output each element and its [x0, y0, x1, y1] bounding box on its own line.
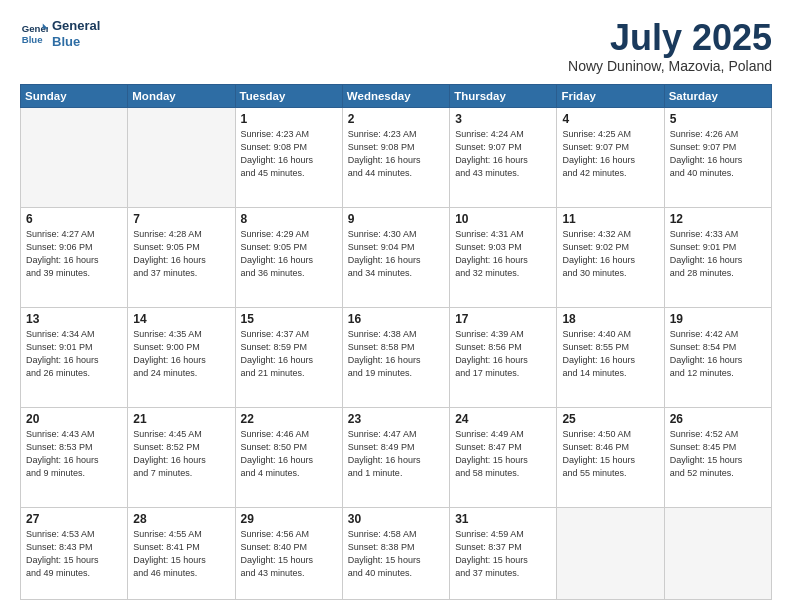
calendar-cell: 8Sunrise: 4:29 AM Sunset: 9:05 PM Daylig…: [235, 207, 342, 307]
weekday-header: Friday: [557, 84, 664, 107]
day-info: Sunrise: 4:46 AM Sunset: 8:50 PM Dayligh…: [241, 428, 337, 480]
day-info: Sunrise: 4:30 AM Sunset: 9:04 PM Dayligh…: [348, 228, 444, 280]
calendar-week-row: 1Sunrise: 4:23 AM Sunset: 9:08 PM Daylig…: [21, 107, 772, 207]
calendar-cell: [21, 107, 128, 207]
page: General Blue General Blue July 2025 Nowy…: [0, 0, 792, 612]
day-number: 28: [133, 512, 229, 526]
calendar-cell: 6Sunrise: 4:27 AM Sunset: 9:06 PM Daylig…: [21, 207, 128, 307]
calendar-cell: 9Sunrise: 4:30 AM Sunset: 9:04 PM Daylig…: [342, 207, 449, 307]
day-info: Sunrise: 4:27 AM Sunset: 9:06 PM Dayligh…: [26, 228, 122, 280]
calendar-cell: 25Sunrise: 4:50 AM Sunset: 8:46 PM Dayli…: [557, 407, 664, 507]
day-number: 6: [26, 212, 122, 226]
day-info: Sunrise: 4:42 AM Sunset: 8:54 PM Dayligh…: [670, 328, 766, 380]
calendar-cell: 10Sunrise: 4:31 AM Sunset: 9:03 PM Dayli…: [450, 207, 557, 307]
calendar-cell: 31Sunrise: 4:59 AM Sunset: 8:37 PM Dayli…: [450, 507, 557, 599]
calendar-week-row: 20Sunrise: 4:43 AM Sunset: 8:53 PM Dayli…: [21, 407, 772, 507]
svg-text:Blue: Blue: [22, 33, 43, 44]
day-number: 2: [348, 112, 444, 126]
calendar-cell: [128, 107, 235, 207]
day-number: 10: [455, 212, 551, 226]
day-number: 19: [670, 312, 766, 326]
day-number: 22: [241, 412, 337, 426]
day-info: Sunrise: 4:40 AM Sunset: 8:55 PM Dayligh…: [562, 328, 658, 380]
day-number: 7: [133, 212, 229, 226]
calendar-cell: 23Sunrise: 4:47 AM Sunset: 8:49 PM Dayli…: [342, 407, 449, 507]
calendar-cell: [664, 507, 771, 599]
title-block: July 2025 Nowy Duninow, Mazovia, Poland: [568, 18, 772, 74]
day-number: 9: [348, 212, 444, 226]
calendar-cell: 5Sunrise: 4:26 AM Sunset: 9:07 PM Daylig…: [664, 107, 771, 207]
calendar-cell: 14Sunrise: 4:35 AM Sunset: 9:00 PM Dayli…: [128, 307, 235, 407]
day-number: 17: [455, 312, 551, 326]
calendar-cell: 18Sunrise: 4:40 AM Sunset: 8:55 PM Dayli…: [557, 307, 664, 407]
day-number: 5: [670, 112, 766, 126]
calendar-cell: 11Sunrise: 4:32 AM Sunset: 9:02 PM Dayli…: [557, 207, 664, 307]
day-info: Sunrise: 4:53 AM Sunset: 8:43 PM Dayligh…: [26, 528, 122, 580]
day-number: 12: [670, 212, 766, 226]
day-info: Sunrise: 4:43 AM Sunset: 8:53 PM Dayligh…: [26, 428, 122, 480]
day-number: 30: [348, 512, 444, 526]
day-number: 13: [26, 312, 122, 326]
day-info: Sunrise: 4:28 AM Sunset: 9:05 PM Dayligh…: [133, 228, 229, 280]
calendar-week-row: 27Sunrise: 4:53 AM Sunset: 8:43 PM Dayli…: [21, 507, 772, 599]
day-info: Sunrise: 4:29 AM Sunset: 9:05 PM Dayligh…: [241, 228, 337, 280]
day-number: 15: [241, 312, 337, 326]
day-number: 31: [455, 512, 551, 526]
logo-line1: General: [52, 18, 100, 33]
calendar-cell: 17Sunrise: 4:39 AM Sunset: 8:56 PM Dayli…: [450, 307, 557, 407]
day-info: Sunrise: 4:34 AM Sunset: 9:01 PM Dayligh…: [26, 328, 122, 380]
subtitle: Nowy Duninow, Mazovia, Poland: [568, 58, 772, 74]
calendar-cell: 12Sunrise: 4:33 AM Sunset: 9:01 PM Dayli…: [664, 207, 771, 307]
weekday-header: Saturday: [664, 84, 771, 107]
day-number: 11: [562, 212, 658, 226]
day-number: 24: [455, 412, 551, 426]
weekday-header: Thursday: [450, 84, 557, 107]
calendar-cell: 27Sunrise: 4:53 AM Sunset: 8:43 PM Dayli…: [21, 507, 128, 599]
calendar-cell: [557, 507, 664, 599]
day-number: 23: [348, 412, 444, 426]
calendar-cell: 13Sunrise: 4:34 AM Sunset: 9:01 PM Dayli…: [21, 307, 128, 407]
weekday-header: Monday: [128, 84, 235, 107]
day-info: Sunrise: 4:26 AM Sunset: 9:07 PM Dayligh…: [670, 128, 766, 180]
day-info: Sunrise: 4:55 AM Sunset: 8:41 PM Dayligh…: [133, 528, 229, 580]
day-number: 16: [348, 312, 444, 326]
day-number: 4: [562, 112, 658, 126]
day-info: Sunrise: 4:31 AM Sunset: 9:03 PM Dayligh…: [455, 228, 551, 280]
day-number: 29: [241, 512, 337, 526]
logo: General Blue General Blue: [20, 18, 100, 49]
calendar-week-row: 6Sunrise: 4:27 AM Sunset: 9:06 PM Daylig…: [21, 207, 772, 307]
calendar-cell: 19Sunrise: 4:42 AM Sunset: 8:54 PM Dayli…: [664, 307, 771, 407]
day-info: Sunrise: 4:33 AM Sunset: 9:01 PM Dayligh…: [670, 228, 766, 280]
calendar-cell: 7Sunrise: 4:28 AM Sunset: 9:05 PM Daylig…: [128, 207, 235, 307]
calendar-cell: 28Sunrise: 4:55 AM Sunset: 8:41 PM Dayli…: [128, 507, 235, 599]
calendar-cell: 16Sunrise: 4:38 AM Sunset: 8:58 PM Dayli…: [342, 307, 449, 407]
day-number: 20: [26, 412, 122, 426]
day-number: 27: [26, 512, 122, 526]
day-info: Sunrise: 4:58 AM Sunset: 8:38 PM Dayligh…: [348, 528, 444, 580]
day-number: 3: [455, 112, 551, 126]
weekday-header: Sunday: [21, 84, 128, 107]
calendar-cell: 24Sunrise: 4:49 AM Sunset: 8:47 PM Dayli…: [450, 407, 557, 507]
calendar-cell: 22Sunrise: 4:46 AM Sunset: 8:50 PM Dayli…: [235, 407, 342, 507]
day-number: 8: [241, 212, 337, 226]
calendar-header-row: SundayMondayTuesdayWednesdayThursdayFrid…: [21, 84, 772, 107]
calendar-cell: 15Sunrise: 4:37 AM Sunset: 8:59 PM Dayli…: [235, 307, 342, 407]
calendar-cell: 29Sunrise: 4:56 AM Sunset: 8:40 PM Dayli…: [235, 507, 342, 599]
day-info: Sunrise: 4:23 AM Sunset: 9:08 PM Dayligh…: [348, 128, 444, 180]
day-number: 26: [670, 412, 766, 426]
day-info: Sunrise: 4:50 AM Sunset: 8:46 PM Dayligh…: [562, 428, 658, 480]
day-info: Sunrise: 4:38 AM Sunset: 8:58 PM Dayligh…: [348, 328, 444, 380]
day-number: 25: [562, 412, 658, 426]
weekday-header: Tuesday: [235, 84, 342, 107]
day-info: Sunrise: 4:47 AM Sunset: 8:49 PM Dayligh…: [348, 428, 444, 480]
day-number: 14: [133, 312, 229, 326]
day-info: Sunrise: 4:35 AM Sunset: 9:00 PM Dayligh…: [133, 328, 229, 380]
day-info: Sunrise: 4:49 AM Sunset: 8:47 PM Dayligh…: [455, 428, 551, 480]
day-info: Sunrise: 4:59 AM Sunset: 8:37 PM Dayligh…: [455, 528, 551, 580]
calendar-cell: 4Sunrise: 4:25 AM Sunset: 9:07 PM Daylig…: [557, 107, 664, 207]
calendar-table: SundayMondayTuesdayWednesdayThursdayFrid…: [20, 84, 772, 600]
weekday-header: Wednesday: [342, 84, 449, 107]
day-info: Sunrise: 4:37 AM Sunset: 8:59 PM Dayligh…: [241, 328, 337, 380]
logo-text: General Blue: [52, 18, 100, 49]
logo-line2: Blue: [52, 34, 80, 49]
